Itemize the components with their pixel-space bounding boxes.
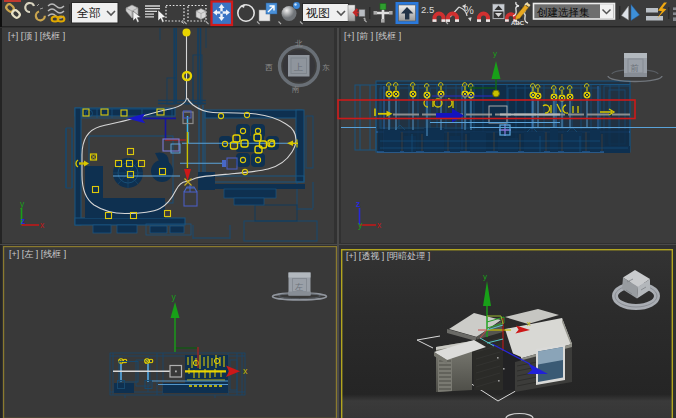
svg-text:y: y	[493, 49, 497, 58]
svg-text:z: z	[21, 216, 25, 226]
svg-text:上: 上	[294, 62, 303, 72]
svg-text:x: x	[243, 366, 248, 376]
svg-text:x: x	[527, 319, 531, 328]
svg-text:西: 西	[265, 63, 273, 72]
svg-text:创建选择集: 创建选择集	[537, 6, 590, 18]
svg-text:视图: 视图	[305, 6, 330, 20]
svg-text:2.5: 2.5	[421, 4, 434, 15]
svg-text:全部: 全部	[77, 6, 101, 20]
svg-text:北: 北	[295, 39, 303, 48]
svg-text:ABC: ABC	[511, 20, 525, 26]
svg-text:南: 南	[291, 85, 300, 94]
svg-text:前: 前	[631, 63, 640, 73]
svg-text:z: z	[356, 199, 360, 209]
svg-text:%: %	[464, 4, 474, 16]
svg-text:东: 东	[322, 63, 330, 72]
svg-text:左: 左	[294, 282, 304, 292]
svg-text:y: y	[483, 272, 487, 281]
